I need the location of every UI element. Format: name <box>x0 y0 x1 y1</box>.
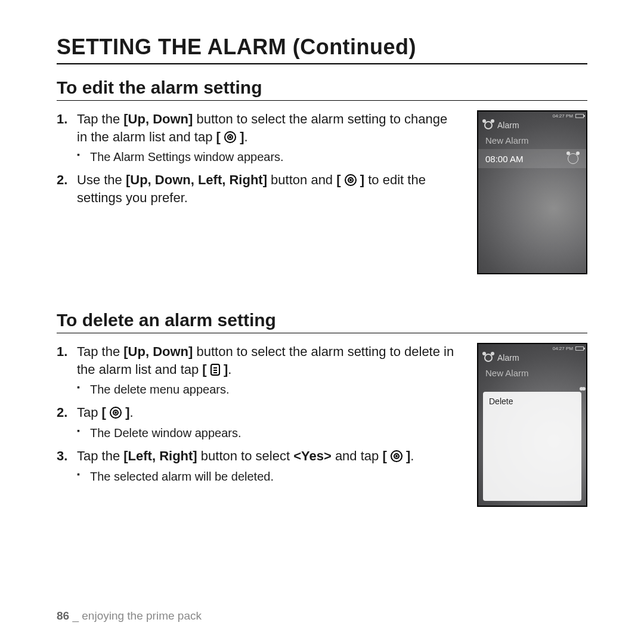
t: Use the <box>77 172 126 187</box>
t: [Left, Right] <box>123 448 197 463</box>
device-row-selected-alarm: 08:00 AM <box>478 149 586 168</box>
t: [ <box>202 362 206 377</box>
select-button-icon <box>345 174 357 186</box>
t: [ <box>382 448 386 463</box>
t: Tap the <box>77 112 123 126</box>
alarm-clock-icon <box>567 153 579 165</box>
t: . <box>410 448 414 463</box>
chapter-name: enjoying the prime pack <box>82 609 202 622</box>
t: <Yes> <box>293 448 332 463</box>
t: [ <box>102 405 106 420</box>
battery-icon <box>575 114 584 118</box>
device-status-time: 04:27 PM <box>553 113 573 119</box>
t: [Up, Down] <box>123 112 193 126</box>
device-popup-menu: Delete <box>483 392 581 501</box>
device-statusbar: 04:27 PM <box>478 112 586 120</box>
page-footer: 86 _ enjoying the prime pack <box>57 609 202 623</box>
page-number: 86 <box>57 609 69 622</box>
t: . <box>244 129 247 144</box>
t: Tap the <box>77 448 123 463</box>
delete-step-3-sub: The selected alarm will be deleted. <box>77 469 460 485</box>
select-button-icon <box>110 407 122 419</box>
t: . <box>130 405 134 420</box>
select-button-icon <box>391 450 402 462</box>
footer-separator: _ <box>72 609 79 622</box>
edit-step-1: Tap the [Up, Down] button to select the … <box>57 110 460 165</box>
t: [ <box>336 172 340 187</box>
page-title: SETTING THE ALARM (Continued) <box>57 35 587 64</box>
delete-step-2-sub: The Delete window appears. <box>77 425 460 441</box>
t: Tap the <box>77 344 123 359</box>
alarm-clock-icon <box>483 120 494 131</box>
delete-step-1-sub: The delete menu appears. <box>77 382 460 398</box>
device-statusbar: 04:27 PM <box>478 344 586 352</box>
popup-item-delete: Delete <box>489 397 575 406</box>
device-header-label: Alarm <box>497 120 519 130</box>
t: button and <box>267 172 336 187</box>
device-row-new-alarm: New Alarm <box>478 364 586 382</box>
device-screenshot-delete: 04:27 PM Alarm New Alarm Delete <box>477 343 587 507</box>
edit-step-1-sub: The Alarm Settings window appears. <box>77 149 460 165</box>
edit-step-2: Use the [Up, Down, Left, Right] button a… <box>57 171 460 206</box>
t: button to select <box>197 448 293 463</box>
battery-icon <box>575 346 584 351</box>
t: ] <box>125 405 129 420</box>
section-edit-title: To edit the alarm setting <box>57 78 587 101</box>
section-delete: To delete an alarm setting Tap the [Up, … <box>57 310 587 507</box>
section-delete-title: To delete an alarm setting <box>57 310 587 333</box>
device-status-time: 04:27 PM <box>553 346 573 351</box>
t: and tap <box>332 448 383 463</box>
device-row-new-alarm: New Alarm <box>478 132 586 149</box>
device-screenshot-edit: 04:27 PM Alarm New Alarm 08:00 AM <box>477 110 587 274</box>
t: [ <box>216 129 221 144</box>
t: [Up, Down, Left, Right] <box>126 172 267 187</box>
t: Tap <box>77 405 102 420</box>
select-button-icon <box>224 131 236 143</box>
device-row-time: 08:00 AM <box>485 154 523 164</box>
alarm-clock-icon <box>483 352 494 363</box>
menu-button-icon <box>210 364 220 376</box>
delete-step-2: Tap [ ]. The Delete window appears. <box>57 404 460 441</box>
t: [Up, Down] <box>123 344 193 359</box>
device-header-label: Alarm <box>497 353 519 363</box>
delete-step-3: Tap the [Left, Right] button to select <… <box>57 447 460 485</box>
t: . <box>228 362 231 377</box>
section-edit: To edit the alarm setting Tap the [Up, D… <box>57 78 587 274</box>
delete-step-1: Tap the [Up, Down] button to select the … <box>57 343 460 398</box>
